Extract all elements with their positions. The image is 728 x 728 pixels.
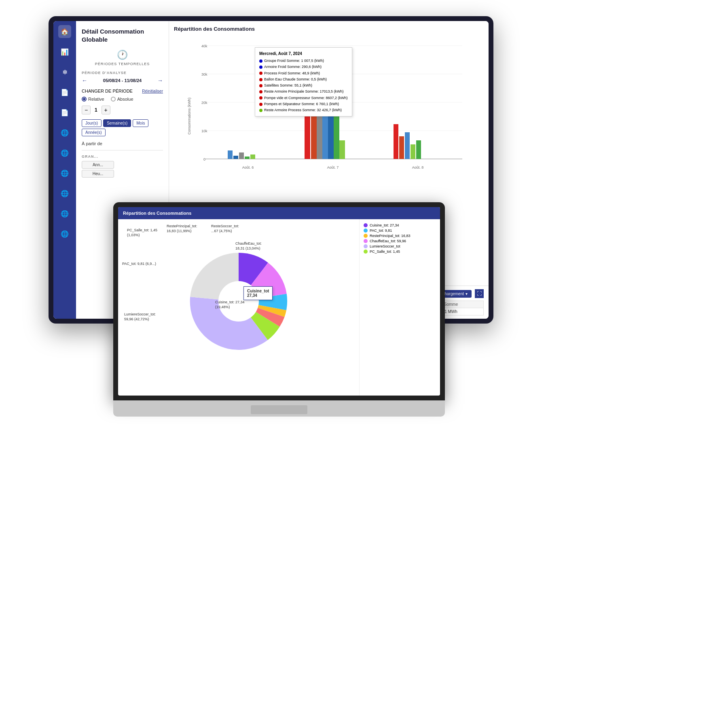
- legend-row-cuisine: Cuisine_tot: 27,34: [364, 223, 436, 227]
- legend-row-pcsalle: PC_Salle_tot: 1,45: [364, 250, 436, 254]
- tooltip-row-7: Pompe vide et Compresseur Somme: 8607,2 …: [259, 95, 348, 101]
- pie-tooltip: Cuisine_tot 27,34: [243, 286, 273, 300]
- sidebar-icon-globe4[interactable]: 🌐: [58, 187, 71, 200]
- period-btn-semaines[interactable]: Semaine(s): [103, 119, 131, 127]
- svg-rect-27: [399, 136, 404, 159]
- svg-text:20k: 20k: [201, 101, 207, 105]
- sidebar: 🏠 📊 ❄ 📄 📄 🌐 🌐 🌐 🌐 🌐 🌐: [53, 21, 76, 319]
- radio-relative-label: Relative: [88, 97, 104, 102]
- legend-text-lumiere: LumiereSoccer_tot: [370, 244, 400, 248]
- legend-row-chauffe: ChauffeEau_tot: 59,96: [364, 239, 436, 243]
- tooltip-text-9: Reste Armoire Process Somme: 32 426,7 (k…: [264, 107, 342, 113]
- legend-row-pac: PAC_tot: 9,81: [364, 229, 436, 233]
- legend-dot-cuisine: [364, 223, 368, 227]
- svg-text:Août. 8: Août. 8: [412, 165, 424, 169]
- laptop-content: Cuisine_tot 27,34 RestePrincipal_tot:16,…: [118, 219, 440, 396]
- prev-date-button[interactable]: ←: [82, 77, 87, 84]
- svg-text:Août. 7: Août. 7: [327, 165, 339, 169]
- sidebar-icon-doc1[interactable]: 📄: [58, 86, 71, 99]
- period-btn-annees[interactable]: Année(s): [82, 129, 106, 136]
- pie-label-pac: PAC_tot: 9,81 (6,9...): [122, 262, 156, 267]
- radio-relative[interactable]: Relative: [82, 97, 104, 102]
- reinitialiser-link[interactable]: Réinitialiser: [142, 89, 163, 93]
- svg-rect-29: [411, 144, 415, 159]
- pie-chart-area: Cuisine_tot 27,34 RestePrincipal_tot:16,…: [118, 219, 359, 396]
- chart-title: Répartition des Consommations: [174, 26, 484, 32]
- gran-btn-ann[interactable]: Ann...: [82, 161, 114, 169]
- periode-analyse-label: PÉRIODE D'ANALYSE: [82, 71, 163, 75]
- tooltip-text-5: Satellites Somme: 55,1 (kWh): [264, 83, 312, 89]
- period-btn-jours[interactable]: Jour(s): [82, 119, 102, 127]
- svg-rect-26: [394, 124, 398, 159]
- svg-text:Août. 6: Août. 6: [242, 165, 254, 169]
- clock-icon: 🕐: [82, 50, 163, 60]
- stepper-plus-button[interactable]: +: [102, 106, 110, 114]
- tooltip-row-9: Reste Armoire Process Somme: 32 426,7 (k…: [259, 107, 348, 113]
- tooltip-row-6: Reste Armoire Principale Somme: 17013,5 …: [259, 89, 348, 95]
- sidebar-icon-globe6[interactable]: 🌐: [58, 227, 71, 240]
- tooltip-dot-1: [259, 59, 262, 63]
- stepper-minus-button[interactable]: −: [82, 106, 91, 114]
- radio-absolue[interactable]: Absolue: [111, 97, 133, 102]
- svg-text:0: 0: [203, 157, 205, 161]
- tooltip-text-8: Pompes et Séparateur Somme: 6 760,1 (kWh…: [264, 101, 339, 107]
- tooltip-dot-6: [259, 90, 262, 93]
- sidebar-icon-cold[interactable]: ❄: [58, 66, 71, 78]
- sidebar-icon-globe1[interactable]: 🌐: [58, 126, 71, 139]
- svg-rect-14: [228, 150, 233, 159]
- svg-rect-16: [239, 152, 244, 159]
- tooltip-text-6: Reste Armoire Principale Somme: 17013,5 …: [264, 89, 344, 95]
- svg-rect-18: [250, 154, 255, 159]
- expand-button[interactable]: ⛶: [475, 289, 484, 298]
- tooltip-dot-4: [259, 78, 262, 81]
- legend-row-lumiere: LumiereSoccer_tot: [364, 244, 436, 248]
- period-btn-mois[interactable]: Mois: [133, 119, 148, 127]
- legend-text-pcsalle: PC_Salle_tot: 1,45: [370, 250, 400, 254]
- tooltip-dot-8: [259, 103, 262, 106]
- pie-tooltip-label: Cuisine_tot: [247, 289, 269, 293]
- tooltip-row-4: Ballon Eau Chaude Somme: 0,5 (kWh): [259, 76, 348, 83]
- laptop-bar-title: Répartition des Consommations: [123, 211, 191, 216]
- next-date-button[interactable]: →: [157, 77, 163, 84]
- laptop: Répartition des Consommations: [113, 202, 445, 429]
- download-chevron: ▾: [466, 292, 468, 296]
- tooltip-dot-3: [259, 72, 262, 75]
- svg-rect-25: [339, 140, 345, 159]
- pie-tooltip-value: 27,34: [247, 293, 269, 298]
- tooltip-row-3: Process Froid Somme: 48,9 (kWh): [259, 70, 348, 76]
- legend-text-resteprincipal: RestePrincipal_tot: 16,83: [370, 234, 411, 238]
- sidebar-icon-home[interactable]: 🏠: [58, 25, 71, 38]
- laptop-screen: Répartition des Consommations: [118, 207, 440, 396]
- tooltip-dot-2: [259, 66, 262, 69]
- pie-label-lumiere: LumiereSoccer_tot:59,96 (42,72%): [124, 312, 156, 322]
- sidebar-icon-globe2[interactable]: 🌐: [58, 146, 71, 159]
- tooltip-row-8: Pompes et Séparateur Somme: 6 760,1 (kWh…: [259, 101, 348, 107]
- sidebar-icon-doc2[interactable]: 📄: [58, 106, 71, 119]
- pie-label-restesoccer: ResteSoccer_tot:...67 (4,75%): [211, 224, 239, 233]
- svg-text:40k: 40k: [201, 44, 207, 48]
- sidebar-icon-globe3[interactable]: 🌐: [58, 167, 71, 180]
- legend-dot-lumiere: [364, 244, 368, 248]
- divider: [82, 150, 163, 150]
- svg-rect-28: [405, 132, 410, 159]
- a-partir-label: À partir de: [82, 141, 163, 146]
- stepper-value: 1: [95, 107, 97, 113]
- chart-tooltip: Mercredi, Août 7, 2024 Groupe Froid Somm…: [255, 47, 352, 116]
- gran-btn-heu[interactable]: Heu...: [82, 170, 114, 178]
- legend-text-cuisine: Cuisine_tot: 27,34: [370, 223, 399, 227]
- radio-absolue-dot: [111, 97, 116, 102]
- svg-text:30k: 30k: [201, 72, 207, 76]
- radio-absolue-label: Absolue: [117, 97, 133, 102]
- tooltip-title: Mercredi, Août 7, 2024: [259, 50, 348, 57]
- svg-rect-23: [328, 112, 334, 159]
- legend-text-pac: PAC_tot: 9,81: [370, 229, 392, 233]
- tooltip-row-1: Groupe Froid Somme: 1 007,5 (kWh): [259, 58, 348, 64]
- sidebar-icon-dashboard[interactable]: 📊: [58, 45, 71, 58]
- tooltip-row-5: Satellites Somme: 55,1 (kWh): [259, 83, 348, 89]
- sidebar-icon-globe5[interactable]: 🌐: [58, 207, 71, 220]
- radio-relative-dot: [82, 97, 87, 102]
- date-nav: ← 05/08/24 - 11/08/24 →: [82, 77, 163, 84]
- pie-label-chauffeeau: ChauffeEau_tot:18,31 (13,04%): [235, 241, 262, 251]
- laptop-legend: Cuisine_tot: 27,34 PAC_tot: 9,81 RestePr…: [359, 219, 440, 396]
- changer-periode-label: CHANGER DE PÉRIODE: [82, 89, 133, 93]
